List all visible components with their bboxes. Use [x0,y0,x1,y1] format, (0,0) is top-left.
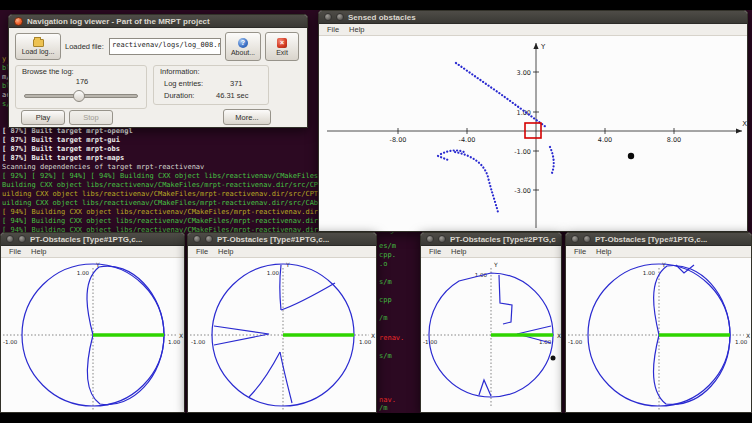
load-log-label: Load log... [22,48,55,55]
minimize-button[interactable] [324,13,332,21]
x-tick: 1.00 [735,339,748,345]
maximize-button[interactable] [18,235,26,243]
minimize-button[interactable] [193,235,201,243]
menu-help[interactable]: Help [213,246,238,257]
window-pt-obstacles-2: PT-Obstacles [Type#1PTG,c... File Help X… [187,232,377,413]
duration-label: Duration: [164,91,194,100]
power-icon [277,38,287,48]
play-button[interactable]: Play [21,110,65,125]
maximize-button[interactable] [438,235,446,243]
information-frame-label: Information: [160,67,200,76]
folder-open-icon [33,39,44,47]
terminal-line: s/m [379,278,392,286]
terminal-line: [ 87%] Built target mrpt-obs [2,145,120,153]
menu-file[interactable]: File [569,246,591,257]
terminal-line: y [2,55,6,63]
terminal-line: es/m [379,242,396,250]
browse-log-frame-label: Browse the log: [22,67,74,76]
window-title: Sensed obstacles [348,13,742,22]
menu-help[interactable]: Help [26,246,51,257]
about-label: About... [231,49,255,56]
loaded-file-input[interactable]: reactivenav/logs/log_008.reactivenav [109,38,221,55]
terminal-line: .o [379,260,387,268]
terminal-line: /m [379,314,387,322]
window-title: PT-Obstacles [Type#1PTG,c... [217,235,371,244]
info-icon [238,38,248,48]
titlebar[interactable]: PT-Obstacles [Type#2PTG,c... [421,233,561,246]
x-tick: 1.00 [359,339,372,345]
stop-button[interactable]: Stop [69,110,113,125]
log-entries-label: Log entries: [164,79,203,88]
minimize-button[interactable] [6,235,14,243]
terminal-line: Scanning dependencies of target mrpt-rea… [2,163,204,171]
load-log-button[interactable]: Load log... [15,33,61,60]
robot-marker [525,123,541,138]
more-button[interactable]: More... [223,109,271,125]
terminal-line: [ 87%] Built target mrpt-opengl [2,127,133,135]
menubar: File Help [1,246,184,258]
x-tick: -1.00 [191,339,206,345]
window-pt-obstacles-3: PT-Obstacles [Type#2PTG,c... File Help X… [420,232,562,413]
y-tick: 3.00 [517,69,531,77]
maximize-button[interactable] [336,13,344,21]
exit-label: Exit [276,49,288,56]
minimize-button[interactable] [571,235,579,243]
pt-obstacles-plot-2: X Y -1.00 1.00 1.00 [188,258,376,412]
y-tick: -3.00 [514,187,531,195]
terminal-line: renav. [379,334,404,342]
window-title: PT-Obstacles [Type#2PTG,c... [450,235,556,244]
titlebar[interactable]: PT-Obstacles [Type#1PTG,c... [566,233,751,246]
titlebar[interactable]: PT-Obstacles [Type#1PTG,c... [1,233,184,246]
x-axis-label: X [746,332,750,339]
x-tick: -1.00 [3,339,18,345]
menu-file[interactable]: File [424,246,446,257]
x-tick: 8.00 [667,136,681,144]
terminal-line: uilding CXX object libs/reactivenav/CMak… [2,190,352,198]
desktop: y blanc m/log blanc acept s/m [ 87%] Bui… [0,0,752,423]
minimize-button[interactable] [426,235,434,243]
x-tick: 1.00 [168,339,181,345]
menu-help[interactable]: Help [446,246,471,257]
y-tick: 1.00 [267,270,280,276]
terminal-line: [ 87%] Built target mrpt-maps [2,154,124,162]
titlebar[interactable]: PT-Obstacles [Type#1PTG,c... [188,233,376,246]
sensed-obstacles-plot: -8.00 -4.00 4.00 8.00 3.00 1.00 -1.00 -3… [319,36,747,231]
terminal-line: nav. [379,396,396,404]
close-button[interactable] [14,17,23,26]
window-sensed-obstacles: Sensed obstacles File Help -8.00 -4.0 [318,10,748,232]
log-position-slider[interactable] [24,94,138,98]
window-title: Navigation log viewer - Part of the MRPT… [27,17,302,26]
pt-obstacles-plot-1: X Y -1.00 1.00 1.00 [1,258,184,412]
menu-help[interactable]: Help [591,246,616,257]
y-axis-label: Y [493,261,498,268]
maximize-button[interactable] [583,235,591,243]
menubar: File Help [421,246,561,258]
menu-help[interactable]: Help [344,24,369,35]
window-pt-obstacles-4: PT-Obstacles [Type#1PTG,c... File Help X… [565,232,752,413]
browse-log-frame: Browse the log: 176 [15,65,147,109]
x-tick: -1.00 [568,339,583,345]
target-point [628,153,634,159]
window-title: PT-Obstacles [Type#1PTG,c... [30,235,179,244]
x-tick: -8.00 [390,136,407,144]
slider-thumb[interactable] [73,90,85,102]
information-frame: Information: Log entries: 371 Duration: … [153,65,269,105]
x-axis-label: X [179,332,183,339]
maximize-button[interactable] [205,235,213,243]
x-tick: 4.00 [598,136,612,144]
terminal-line: cpp. [379,251,396,259]
menu-file[interactable]: File [191,246,213,257]
titlebar[interactable]: Navigation log viewer - Part of the MRPT… [9,15,307,28]
menu-file[interactable]: File [4,246,26,257]
exit-button[interactable]: Exit [265,32,299,61]
pt-obstacles-plot-3: X Y -1.00 1.00 1.00 [421,258,561,412]
duration-value: 46.31 sec [216,91,249,100]
titlebar[interactable]: Sensed obstacles [319,11,747,24]
terminal-line: /m [379,404,387,412]
x-axis-label: X [557,332,561,339]
about-button[interactable]: About... [225,32,261,61]
terminal-line: [ 87%] Built target mrpt-gui [2,136,120,144]
loaded-file-label: Loaded file: [65,42,104,51]
log-entries-value: 371 [230,79,243,88]
menu-file[interactable]: File [322,24,344,35]
